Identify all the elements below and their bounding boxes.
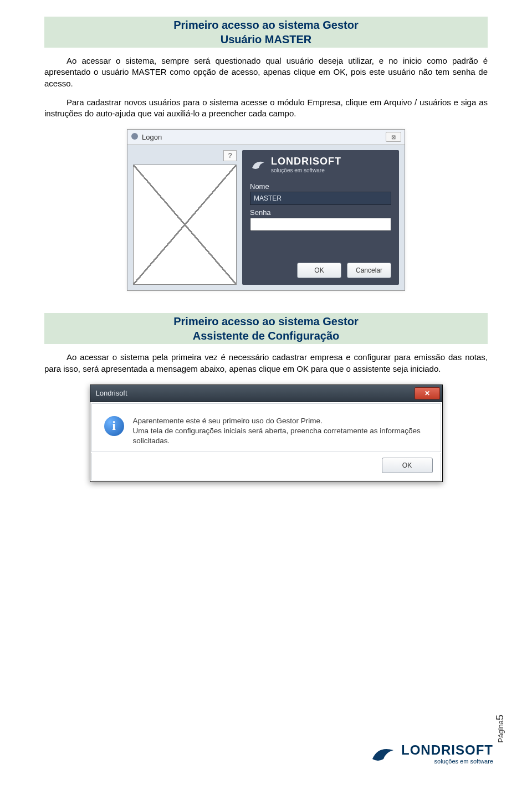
senha-field[interactable] (250, 218, 391, 231)
senha-label: Senha (250, 208, 391, 217)
section2-title-line2: Assistente de Configuração (44, 329, 488, 343)
section1-para1: Ao acessar o sistema, sempre será questi… (44, 55, 488, 89)
page-label: Página (496, 720, 504, 742)
brand-tagline: soluções em software (271, 167, 341, 173)
section-title-line2: Usuário MASTER (44, 32, 488, 47)
section-header-assistente: Primeiro acesso ao sistema Gestor Assist… (44, 313, 488, 344)
msgbox-titlebar: Londrisoft ✕ (90, 385, 442, 402)
msgbox-line1: Aparentemente este é seu primeiro uso do… (133, 416, 428, 426)
logon-window-title: Logon (142, 133, 162, 141)
msgbox-title-text: Londrisoft (96, 389, 127, 397)
info-icon: i (104, 416, 124, 436)
msgbox-ok-button[interactable]: OK (382, 458, 433, 473)
section1-para2: Para cadastrar novos usuários para o sis… (44, 97, 488, 120)
section2-title-line1: Primeiro acesso ao sistema Gestor (173, 315, 359, 327)
msgbox-line2: Uma tela de configurações iniciais será … (133, 426, 428, 446)
user-image-placeholder (133, 165, 237, 285)
footer-brand-name: LONDRISOFT (401, 742, 493, 758)
cancel-button-label: Cancelar (356, 266, 382, 274)
nome-label: Nome (250, 182, 391, 191)
brand-name: LONDRISOFT (271, 156, 341, 167)
info-messagebox: Londrisoft ✕ i Aparentemente este é seu … (90, 384, 443, 483)
logon-titlebar: Logon ⊠ (127, 130, 405, 145)
page-num-value: 5 (494, 715, 505, 720)
close-icon: ✕ (424, 389, 430, 397)
section-header-master: Primeiro acesso ao sistema Gestor Usuári… (44, 17, 488, 48)
help-icon: ? (228, 152, 232, 160)
app-icon (131, 132, 139, 142)
section2-para1: Ao acessar o sistema pela primeira vez é… (44, 352, 488, 375)
logon-dialog: Logon ⊠ ? LONDRISOFT sol (127, 129, 405, 291)
svg-point-0 (131, 133, 138, 140)
close-button[interactable]: ⊠ (386, 132, 401, 142)
cancel-button[interactable]: Cancelar (347, 263, 391, 278)
bird-icon (370, 742, 396, 765)
ok-button[interactable]: OK (297, 263, 341, 278)
msgbox-ok-label: OK (402, 462, 412, 469)
bird-icon (250, 157, 267, 172)
msgbox-close-button[interactable]: ✕ (415, 387, 440, 399)
footer-brand-tag: soluções em software (401, 758, 493, 765)
close-icon: ⊠ (391, 134, 396, 140)
page-number: Página5 (494, 715, 505, 743)
footer-brand: LONDRISOFT soluções em software (370, 742, 493, 765)
section-title-line1: Primeiro acesso ao sistema Gestor (173, 19, 359, 31)
nome-field[interactable] (250, 192, 391, 205)
msgbox-text: Aparentemente este é seu primeiro uso do… (133, 416, 428, 447)
logon-form-panel: LONDRISOFT soluções em software Nome Sen… (242, 150, 399, 285)
help-button[interactable]: ? (223, 150, 237, 161)
ok-button-label: OK (314, 266, 324, 274)
